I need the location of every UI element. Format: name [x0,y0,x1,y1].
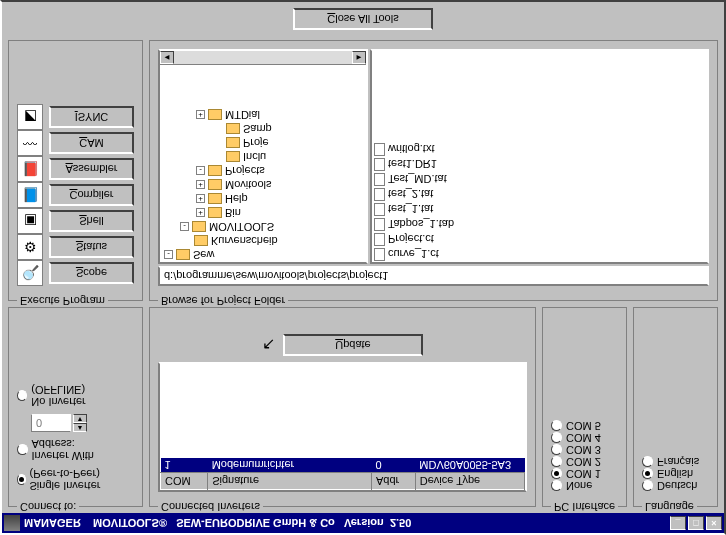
radio-pc-com-4[interactable]: COM 4 [551,432,618,444]
radio-label: Deutsch [657,480,697,492]
tree-label: Movitools [225,179,271,191]
radio-lang-deutsch[interactable]: Deutsch [642,480,709,492]
expand-icon[interactable]: + [196,195,205,204]
file-item[interactable]: Test_MD.tat [372,172,707,187]
assembler-button[interactable]: Assembler [49,158,134,180]
file-item[interactable]: Tabpos_1.tab [372,217,707,232]
file-icon [374,173,385,186]
scroll-left-icon[interactable]: ◄ [160,51,174,64]
radio-pc-none[interactable]: None [551,480,618,492]
file-item[interactable]: Project.ct [372,232,707,247]
file-label: test_1.tat [388,204,433,216]
col-signature[interactable]: Signature [208,473,372,490]
tree-item[interactable]: Samp [160,122,366,136]
tree-item[interactable]: -MOVITOOLS [160,220,366,234]
cursor-icon: ↖ [262,336,275,355]
expand-icon[interactable]: - [196,167,205,176]
file-icon [374,233,385,246]
tree-label: Kurvenscheib [211,235,278,247]
file-item[interactable]: test_1.tat [372,202,707,217]
cam-icon: 〰 [17,130,43,156]
folder-icon [208,166,222,177]
radio-icon [551,433,562,444]
minimize-button[interactable]: _ [670,516,686,530]
tree-item[interactable]: +Help [160,192,366,206]
title-text: MANAGER MOVITOOLS® SEW-EURODRIVE GmbH & … [24,517,670,529]
tree-item[interactable]: Inclu [160,150,366,164]
col-device[interactable]: Device Type [415,473,524,490]
table-row[interactable]: 1 Modemumrichter 0 MDV60A0055-5A3 [161,458,525,473]
file-icon [374,218,385,231]
expand-icon[interactable]: + [196,209,205,218]
update-label: pdate [343,339,371,351]
tree-label: Bin [225,207,241,219]
address-down[interactable]: ▼ [73,414,87,423]
file-item[interactable]: test1.DR1 [372,157,707,172]
radio-no-inverter[interactable]: No Inverter (OFFLINE) [17,384,134,408]
expand-icon[interactable]: - [164,251,173,260]
cam-button[interactable]: CAM [49,132,134,154]
radio-pc-com-5[interactable]: COM 5 [551,420,618,432]
radio-lang-english[interactable]: English [642,468,709,480]
file-icon [374,203,385,216]
tree-item[interactable]: Kurvenscheib [160,234,366,248]
close-all-tools-button[interactable]: Close All Tools [293,8,433,30]
close-button[interactable]: × [706,516,722,530]
expand-icon[interactable]: + [196,181,205,190]
scroll-right-icon[interactable]: ► [352,51,366,64]
scope-button[interactable]: Scope [49,262,134,284]
file-list[interactable]: curve_1.ctProject.ctTabpos_1.tabtest_1.t… [370,49,709,264]
radio-label: Inverter With Address: [32,438,134,462]
inverters-table[interactable]: COM Signature Addr Device Type 1 Modemum… [158,362,527,492]
assembler-icon: 📕 [17,156,43,182]
address-up[interactable]: ▲ [73,423,87,432]
address-input[interactable]: 0 [31,414,71,432]
radio-icon [551,457,562,468]
radio-label: COM 3 [566,444,601,456]
radio-pc-com-2[interactable]: COM 2 [551,456,618,468]
tree-label: MOVITOOLS [209,221,274,233]
radio-label: Single Inverter (Peer-to-Peer) [30,468,134,492]
file-label: test1.DR1 [388,159,437,171]
radio-pc-com-3[interactable]: COM 3 [551,444,618,456]
folder-tree[interactable]: -SewKurvenscheib-MOVITOOLS+Bin+Help+Movi… [158,49,368,264]
expand-icon[interactable]: + [196,111,205,120]
file-item[interactable]: test_2.tat [372,187,707,202]
shell-button[interactable]: Shell [49,210,134,232]
col-com[interactable]: COM [161,473,208,490]
folder-icon [226,124,240,135]
browse-project-group: document.currentScript.parentElement.set… [149,40,718,301]
radio-single-inverter[interactable]: Single Inverter (Peer-to-Peer) [17,468,134,492]
maximize-button[interactable]: □ [688,516,704,530]
tree-label: Projects [225,165,265,177]
status-button[interactable]: Status [49,236,134,258]
radio-icon [551,421,562,432]
radio-pc-com-1[interactable]: COM 1 [551,468,618,480]
radio-inverter-with-address[interactable]: Inverter With Address: [17,438,134,462]
app-window: MANAGER MOVITOOLS® SEW-EURODRIVE GmbH & … [0,0,726,535]
tree-item[interactable]: Proje [160,136,366,150]
isync-button[interactable]: ISYNC [49,106,134,128]
connected-inverters-group: document.currentScript.parentElement.set… [149,307,536,507]
tree-item[interactable]: +Bin [160,206,366,220]
update-button[interactable]: Update [283,334,423,356]
path-input[interactable]: d:/programme/sew/movitools/projects/proj… [158,266,709,286]
tree-item[interactable]: -Projects [160,164,366,178]
tree-item[interactable]: +Movitools [160,178,366,192]
tree-label: Inclu [243,151,266,163]
compiler-button[interactable]: Compiler [49,184,134,206]
expand-icon[interactable]: - [180,223,189,232]
tree-item[interactable]: -Sew [160,248,366,262]
tree-item[interactable]: +MTDial [160,108,366,122]
file-label: curve_1.ct [388,249,439,261]
tree-h-scrollbar[interactable]: ◄ ► [160,51,366,65]
radio-icon [642,481,653,492]
file-item[interactable]: writlog.txt [372,142,707,157]
radio-icon [17,445,28,456]
file-item[interactable]: curve_1.ct [372,247,707,262]
tree-label: Samp [243,123,272,135]
radio-lang-français[interactable]: Français [642,456,709,468]
col-addr[interactable]: Addr [371,473,415,490]
radio-icon [551,481,562,492]
radio-label: Français [657,456,699,468]
